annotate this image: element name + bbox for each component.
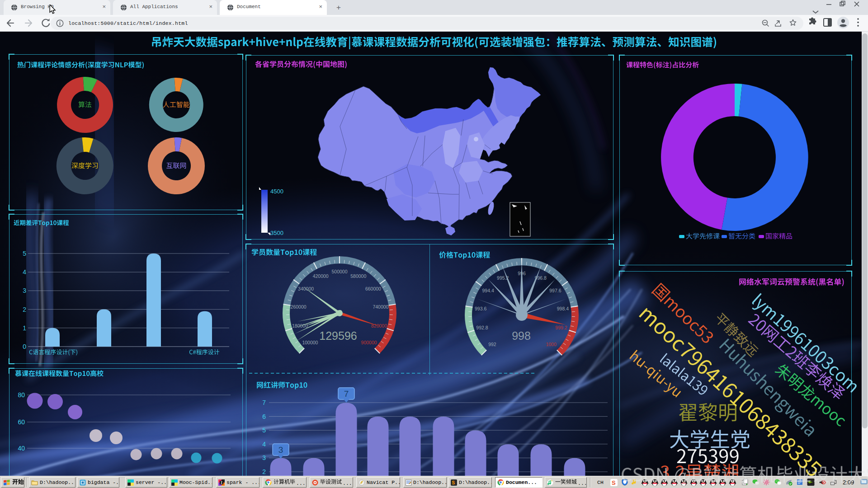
svg-text:40: 40 [18, 445, 25, 452]
svg-text:3500: 3500 [270, 230, 283, 236]
svg-text:3: 3 [23, 287, 26, 294]
svg-text:2: 2 [262, 468, 266, 475]
svg-text:4500: 4500 [270, 188, 283, 195]
svg-text:5: 5 [262, 427, 266, 434]
svg-text:2: 2 [23, 306, 26, 313]
svg-text:80: 80 [18, 391, 25, 399]
svg-text:S: S [452, 480, 455, 485]
svg-text:S: S [612, 479, 616, 486]
svg-text:4: 4 [23, 268, 26, 276]
svg-text:60: 60 [18, 418, 25, 426]
svg-text:7: 7 [262, 399, 266, 406]
svg-text:5: 5 [23, 250, 26, 257]
svg-text:6: 6 [262, 413, 266, 420]
svg-text:4: 4 [262, 441, 266, 448]
svg-text:3: 3 [262, 454, 266, 461]
svg-text:1: 1 [23, 324, 26, 332]
svg-text:0: 0 [23, 343, 26, 350]
